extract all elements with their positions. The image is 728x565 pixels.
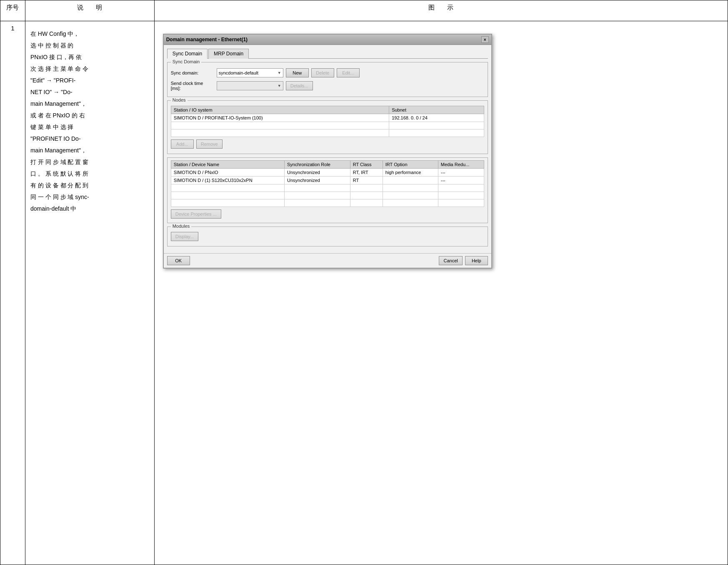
device-properties-button[interactable]: Device Properties ... [171, 209, 221, 219]
add-button[interactable]: Add... [171, 139, 194, 149]
header-img: 图 示 [154, 0, 728, 21]
header-seq: 序号 [0, 0, 25, 21]
modules-group: Modules Display... [167, 226, 488, 246]
dev-rt-1: RT, IRT [350, 169, 383, 177]
nodes-group: Nodes Station / IO system Subnet [167, 100, 488, 154]
dev-col-irt: IRT Option [383, 161, 438, 169]
dev-irt-2 [383, 177, 438, 184]
table-row-empty-2 [171, 129, 484, 137]
dev-sync-1: Unsynchronized [285, 169, 350, 177]
dev-rt-2: RT [350, 177, 383, 184]
send-clock-controls: ▼ Details... [217, 81, 484, 90]
dialog-window: Domain management - Ethernet(1) × Sync D… [163, 34, 492, 269]
sync-domain-select[interactable]: syncdomain-default ▼ [217, 68, 283, 77]
sync-domain-controls: syncdomain-default ▼ New Delete Edit... [217, 68, 484, 77]
nodes-subnet: 192.168. 0. 0 / 24 [389, 114, 484, 122]
table-row: SIMOTION D / PROFINET-IO-System (100) 19… [171, 114, 484, 122]
send-clock-arrow-icon: ▼ [278, 84, 281, 88]
sync-domain-group-label: Sync Domain [171, 59, 201, 64]
dropdown-arrow-icon: ▼ [278, 71, 281, 75]
desc-text: 在 HW Config 中， 选 中 控 制 器 的 PNxIO 接 口，再 依… [30, 28, 149, 214]
dev-irt-1: high performance [383, 169, 438, 177]
footer-right: Cancel Help [439, 256, 488, 265]
description-cell: 在 HW Config 中， 选 中 控 制 器 的 PNxIO 接 口，再 依… [25, 21, 154, 565]
footer-left: OK [167, 256, 190, 265]
dev-name-1: SIMOTION D / PNxIO [171, 169, 284, 177]
dev-sync-2: Unsynchronized [285, 177, 350, 184]
display-button[interactable]: Display... [171, 232, 198, 241]
send-clock-label: Send clock time [ms]: [171, 81, 217, 91]
dev-col-media: Media Redu... [438, 161, 484, 169]
new-button[interactable]: New [286, 68, 309, 77]
sync-domain-label: Sync domain: [171, 70, 217, 75]
nodes-group-label: Nodes [171, 97, 188, 102]
details-button[interactable]: Details... [286, 81, 313, 90]
table-row-empty-1 [171, 184, 484, 192]
dev-media-2: --- [438, 177, 484, 184]
header-desc: 说 明 [25, 0, 154, 21]
dev-col-rt: RT Class [350, 161, 383, 169]
dev-col-sync: Synchronization Role [285, 161, 350, 169]
sync-domain-group: Sync Domain Sync domain: syncdomain-defa… [167, 62, 488, 97]
nodes-col-station: Station / IO system [171, 106, 389, 114]
sync-domain-row: Sync domain: syncdomain-default ▼ New De… [171, 68, 484, 77]
table-row: SIMOTION D / PNxIO Unsynchronized RT, IR… [171, 169, 484, 177]
nodes-table: Station / IO system Subnet SIMOTION D / … [171, 106, 484, 137]
nodes-col-subnet: Subnet [389, 106, 484, 114]
image-cell: Domain management - Ethernet(1) × Sync D… [154, 21, 728, 565]
delete-button[interactable]: Delete [311, 68, 334, 77]
ok-button[interactable]: OK [167, 256, 190, 265]
remove-button[interactable]: Remove [196, 139, 223, 149]
table-row: SIMOTION D / (1) S120xCU310x2xPN Unsynch… [171, 177, 484, 184]
devices-table: Station / Device Name Synchronization Ro… [171, 160, 484, 207]
tab-bar: Sync Domain MRP Domain [167, 48, 488, 59]
table-row-empty-2 [171, 192, 484, 199]
send-clock-row: Send clock time [ms]: ▼ Details... [171, 81, 484, 91]
table-row-empty-3 [171, 199, 484, 207]
modules-btn-row: Display... [171, 232, 484, 241]
dev-name-2: SIMOTION D / (1) S120xCU310x2xPN [171, 177, 284, 184]
tab-mrp-domain[interactable]: MRP Domain [208, 49, 249, 59]
table-row-empty-1 [171, 122, 484, 129]
row-number: 1 [0, 21, 25, 565]
cancel-button[interactable]: Cancel [439, 256, 462, 265]
dev-col-name: Station / Device Name [171, 161, 284, 169]
nodes-station: SIMOTION D / PROFINET-IO-System (100) [171, 114, 389, 122]
outer-table: 序号 说 明 图 示 1 在 HW Config 中， 选 中 控 制 器 的 … [0, 0, 728, 565]
dev-media-1: --- [438, 169, 484, 177]
edit-button[interactable]: Edit... [337, 68, 360, 77]
devices-group: Station / Device Name Synchronization Ro… [167, 157, 488, 223]
dialog-titlebar: Domain management - Ethernet(1) × [164, 35, 491, 45]
device-props-btn-row: Device Properties ... [171, 209, 484, 219]
dialog-title: Domain management - Ethernet(1) [166, 37, 248, 42]
dialog-body: Sync Domain MRP Domain Sync Domain Sync … [164, 45, 491, 253]
tab-sync-domain[interactable]: Sync Domain [167, 49, 208, 59]
send-clock-select[interactable]: ▼ [217, 81, 283, 90]
sync-domain-value: syncdomain-default [219, 70, 258, 75]
help-button[interactable]: Help [465, 256, 488, 265]
nodes-btn-row: Add... Remove [171, 139, 484, 149]
modules-group-label: Modules [171, 224, 192, 229]
close-button[interactable]: × [481, 36, 489, 43]
dialog-footer: OK Cancel Help [164, 253, 491, 268]
